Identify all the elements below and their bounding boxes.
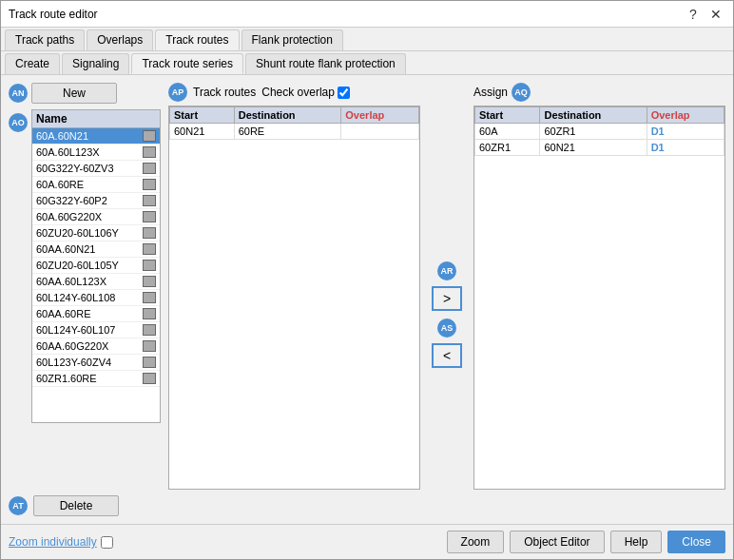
middle-header: AP Track routes Check overlap [168,83,420,102]
badge-AQ: AQ [512,83,531,102]
middle-panel: AP Track routes Check overlap Start Dest… [168,83,420,490]
tab-overlaps[interactable]: Overlaps [87,29,153,50]
table-row[interactable]: 60N2160RE [170,124,419,140]
assign-table: Start Destination Overlap 60A60ZR1D160ZR… [474,106,724,156]
title-bar-left: Track route editor [9,8,98,21]
list-item[interactable]: 60G322Y-60P2 [32,193,160,209]
tab-track-paths[interactable]: Track paths [5,29,85,50]
list-item[interactable]: 60A.60L123X [32,145,160,161]
tab-shunt-route-flank[interactable]: Shunt route flank protection [245,53,406,74]
check-overlap-label: Check overlap [261,86,335,99]
tab-track-routes[interactable]: Track routes [155,29,239,50]
right-header: Assign AQ [473,83,725,102]
zoom-button[interactable]: Zoom [447,531,505,553]
check-overlap-container: Check overlap [261,86,350,99]
list-item[interactable]: 60A.60RE [32,177,160,193]
content-area: AN New AO Name 60A.60N2160A.60L123X60G32… [1,75,733,524]
bottom-bar: Zoom individually Zoom Object Editor Hel… [1,524,733,559]
list-item[interactable]: 60ZU20-60L105Y [32,258,160,274]
list-item[interactable]: 60AA.60L123X [32,274,160,290]
assign-label: Assign [473,86,508,99]
list-item[interactable]: 60AA.60N21 [32,241,160,258]
delete-row: AT Delete [9,495,725,516]
name-list[interactable]: Name 60A.60N2160A.60L123X60G322Y-60ZV360… [31,109,161,423]
delete-button[interactable]: Delete [33,495,119,516]
help-title-btn[interactable]: ? [684,5,703,24]
list-item[interactable]: 60A.60N21 [32,128,160,145]
assign-col-overlap: Overlap [647,107,724,124]
forward-arrow-button[interactable]: > [432,286,462,311]
routes-col-start: Start [170,107,235,124]
tab-signaling[interactable]: Signaling [62,53,129,74]
check-overlap-checkbox[interactable] [338,87,350,99]
list-item[interactable]: 60L124Y-60L107 [32,322,160,338]
table-row[interactable]: 60A60ZR1D1 [475,124,724,140]
list-item[interactable]: 60ZR1.60RE [32,371,160,387]
tab-create[interactable]: Create [5,53,60,74]
badge-AR: AR [437,261,456,280]
badge-AO: AO [9,113,28,132]
badge-AS: AS [437,319,456,338]
bottom-right-buttons: Zoom Object Editor Help Close [447,531,725,553]
new-button[interactable]: New [31,83,117,104]
routes-table: Start Destination Overlap 60N2160RE [169,106,419,140]
tab-flank-protection[interactable]: Flank protection [241,29,343,50]
assign-table-container: Start Destination Overlap 60A60ZR1D160ZR… [473,106,725,490]
assign-col-start: Start [475,107,540,124]
object-editor-button[interactable]: Object Editor [510,531,604,553]
badge-AP: AP [168,83,187,102]
table-row[interactable]: 60ZR160N21D1 [475,140,724,156]
dialog: Track route editor ? ✕ Track paths Overl… [0,0,734,560]
routes-table-container: Start Destination Overlap 60N2160RE [168,106,420,490]
title-bar-right: ? ✕ [684,5,725,24]
list-item[interactable]: 60AA.60G220X [32,338,160,355]
assign-col-destination: Destination [540,107,647,124]
left-panel: AN New AO Name 60A.60N2160A.60L123X60G32… [9,83,161,490]
zoom-individually-checkbox[interactable] [101,536,113,549]
dialog-title: Track route editor [9,8,98,21]
back-arrow-button[interactable]: < [432,343,462,368]
tab-row-1: Track paths Overlaps Track routes Flank … [1,28,733,51]
close-button[interactable]: Close [667,531,725,553]
list-item[interactable]: 60G322Y-60ZV3 [32,161,160,177]
badge-AT: AT [9,496,28,515]
zoom-individually-container: Zoom individually [9,535,113,549]
list-item[interactable]: 60ZU20-60L106Y [32,225,160,241]
list-item[interactable]: 60L123Y-60ZV4 [32,355,160,371]
list-header: Name [32,110,160,128]
tab-row-2: Create Signaling Track route series Shun… [1,51,733,75]
tab-track-route-series[interactable]: Track route series [131,53,243,74]
help-button[interactable]: Help [610,531,663,553]
arrow-panel: AR > AS < [428,83,466,490]
title-bar: Track route editor ? ✕ [1,1,733,28]
list-item[interactable]: 60L124Y-60L108 [32,290,160,306]
badge-AN: AN [9,84,28,103]
zoom-individually-link[interactable]: Zoom individually [9,535,97,549]
right-panel: Assign AQ Start Destination Overlap 60A6… [473,83,725,490]
routes-col-destination: Destination [234,107,341,124]
track-routes-label: Track routes [193,86,256,99]
close-title-btn[interactable]: ✕ [706,5,725,24]
routes-col-overlap: Overlap [341,107,419,124]
list-item[interactable]: 60AA.60RE [32,306,160,322]
list-item[interactable]: 60A.60G220X [32,209,160,225]
main-area: AN New AO Name 60A.60N2160A.60L123X60G32… [9,83,725,490]
